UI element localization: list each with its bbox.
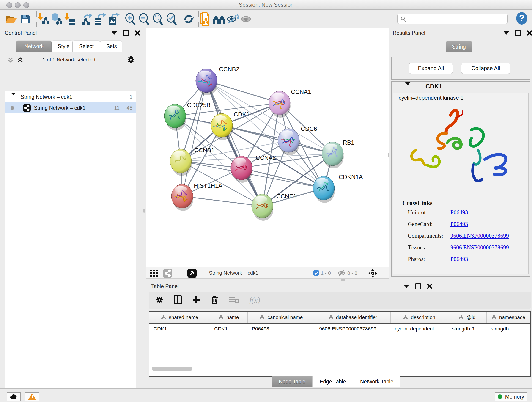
table-options-gear-icon[interactable]	[155, 296, 164, 305]
table-cell[interactable]: stringdb:9...	[448, 324, 487, 334]
crosslink-value-link[interactable]: P06493	[450, 221, 468, 227]
network-share-icon[interactable]	[163, 269, 172, 279]
network-node-CDKN1A[interactable]	[313, 176, 335, 203]
control-panel-menu-icon[interactable]	[112, 32, 117, 35]
network-node-CDC25B[interactable]	[164, 104, 186, 131]
import-network-database-icon[interactable]	[50, 13, 63, 26]
left-splitter-grip[interactable]	[143, 209, 146, 213]
tab-select[interactable]: Select	[73, 41, 100, 52]
table-cell[interactable]: P06493	[248, 324, 315, 334]
selected-checkbox-icon[interactable]	[313, 270, 319, 277]
table-panel-close-icon[interactable]	[427, 284, 432, 289]
open-session-icon[interactable]	[5, 13, 18, 26]
memory-button[interactable]: Memory	[495, 392, 527, 401]
open-in-window-icon[interactable]	[187, 269, 196, 279]
bottom-splitter-grip[interactable]	[341, 279, 345, 281]
tree-expand-icon[interactable]	[11, 95, 16, 102]
toolbar-search-input[interactable]	[397, 14, 508, 24]
tab-sets[interactable]: Sets	[100, 41, 122, 52]
crosslink-value-link[interactable]: P06493	[450, 256, 468, 262]
table-cell[interactable]: CDK1	[149, 324, 210, 334]
network-node-CCNA2[interactable]	[231, 156, 253, 183]
crosslink-value-link[interactable]: 9606.ENSP00000378699	[450, 233, 509, 239]
network-node-CDK1[interactable]	[211, 114, 233, 140]
export-table-icon[interactable]	[94, 13, 107, 26]
column-header-shared-name[interactable]: shared name	[149, 312, 210, 323]
refresh-layout-icon[interactable]	[182, 13, 195, 26]
network-node-CCNE1[interactable]	[252, 194, 273, 221]
first-neighbors-icon[interactable]	[213, 13, 226, 26]
zoom-out-icon[interactable]	[138, 13, 151, 26]
save-session-icon[interactable]	[19, 13, 32, 26]
show-all-icon[interactable]	[239, 13, 252, 26]
duplicate-network-icon[interactable]	[199, 13, 211, 26]
import-network-file-icon[interactable]	[36, 13, 49, 26]
table-cell[interactable]: CDK1	[210, 324, 248, 334]
tab-style[interactable]: Style	[51, 41, 73, 52]
network-node-CCNB1[interactable]	[170, 149, 192, 176]
expand-all-button[interactable]: Expand All	[409, 63, 453, 74]
crosslink-row: Compartments:9606.ENSP00000378699	[408, 233, 522, 239]
export-image-icon[interactable]	[107, 13, 120, 26]
node-label-HIST1H1A: HIST1H1A	[194, 182, 222, 189]
import-table-icon[interactable]	[63, 13, 76, 26]
zoom-fit-icon[interactable]	[152, 13, 164, 26]
tab-edge-table[interactable]: Edge Table	[312, 376, 353, 387]
network-canvas[interactable]: CCNB2CCNA1CDC25BCDK1CDC6RB1CCNB1CCNA2CDK…	[146, 28, 389, 267]
export-network-icon[interactable]	[80, 13, 93, 26]
table-panel-menu-icon[interactable]	[404, 285, 409, 288]
column-header-description[interactable]: description	[391, 312, 448, 323]
add-column-icon[interactable]	[192, 295, 201, 305]
pan-crosshair-icon[interactable]	[368, 268, 378, 279]
tab-network-table[interactable]: Network Table	[353, 376, 400, 387]
table-panel-float-icon[interactable]	[415, 283, 421, 289]
tab-string[interactable]: String	[446, 41, 472, 52]
collapse-all-networks-icon[interactable]	[7, 56, 14, 64]
control-panel-title: Control Panel	[5, 30, 37, 36]
application-window: Session: New Session	[0, 0, 532, 402]
table-cell[interactable]: cyclin–dependent ...	[391, 324, 448, 334]
network-node-CCNA1[interactable]	[269, 91, 291, 118]
expand-all-networks-icon[interactable]	[17, 56, 24, 64]
column-header-namespace[interactable]: namespace	[487, 312, 530, 323]
results-panel-float-icon[interactable]	[515, 30, 521, 36]
zoom-selected-icon[interactable]	[165, 13, 178, 26]
control-panel-float-icon[interactable]	[123, 30, 129, 36]
node-table[interactable]: shared namenamecanonical namedatabase id…	[149, 311, 531, 376]
results-panel-close-icon[interactable]	[527, 31, 532, 36]
table-row[interactable]: CDK1CDK1P064939606.ENSP00000378699cyclin…	[149, 324, 530, 334]
selected-count-badge: 1 - 0	[321, 270, 331, 276]
column-header-canonical-name[interactable]: canonical name	[248, 312, 315, 323]
birdseye-view-icon[interactable]	[150, 269, 159, 278]
hide-selected-icon[interactable]	[226, 13, 239, 26]
column-header-@id[interactable]: @id	[448, 312, 487, 323]
show-columns-icon[interactable]	[174, 295, 182, 305]
table-cell[interactable]: stringdb	[487, 324, 530, 334]
help-icon[interactable]: ?	[515, 12, 528, 25]
zoom-in-icon[interactable]	[124, 13, 137, 26]
tab-network[interactable]: Network	[16, 41, 51, 52]
table-cell[interactable]: 9606.ENSP00000378699	[315, 324, 391, 334]
column-header-name[interactable]: name	[210, 312, 248, 323]
results-panel-menu-icon[interactable]	[504, 32, 509, 35]
warning-status-button[interactable]	[25, 392, 39, 401]
crosslink-value-link[interactable]: 9606.ENSP00000378699	[450, 244, 509, 251]
delete-column-icon[interactable]	[211, 295, 219, 305]
control-panel-close-icon[interactable]	[135, 31, 140, 36]
network-node-CCNB2[interactable]	[196, 69, 217, 95]
table-horizontal-scrollbar[interactable]	[152, 367, 192, 371]
network-label: String Network – cdk1	[34, 105, 85, 111]
network-tree-collection-row[interactable]: String Network – cdk1 1	[6, 91, 136, 102]
network-node-CDC6[interactable]	[278, 128, 300, 155]
crosslink-value-link[interactable]: P06493	[450, 209, 468, 216]
network-node-HIST1H1A[interactable]	[171, 184, 193, 211]
cloud-status-button[interactable]	[7, 392, 21, 401]
network-options-gear-icon[interactable]	[127, 56, 135, 65]
tab-node-table[interactable]: Node Table	[272, 376, 312, 387]
hidden-eye-slash-icon[interactable]	[337, 270, 346, 278]
section-collapse-icon[interactable]	[405, 85, 411, 89]
network-node-RB1[interactable]	[322, 142, 344, 168]
column-header-database-identifier[interactable]: database identifier	[315, 312, 391, 323]
network-tree-network-row[interactable]: String Network – cdk1 11 48	[6, 102, 136, 114]
collapse-all-button[interactable]: Collapse All	[461, 63, 510, 74]
